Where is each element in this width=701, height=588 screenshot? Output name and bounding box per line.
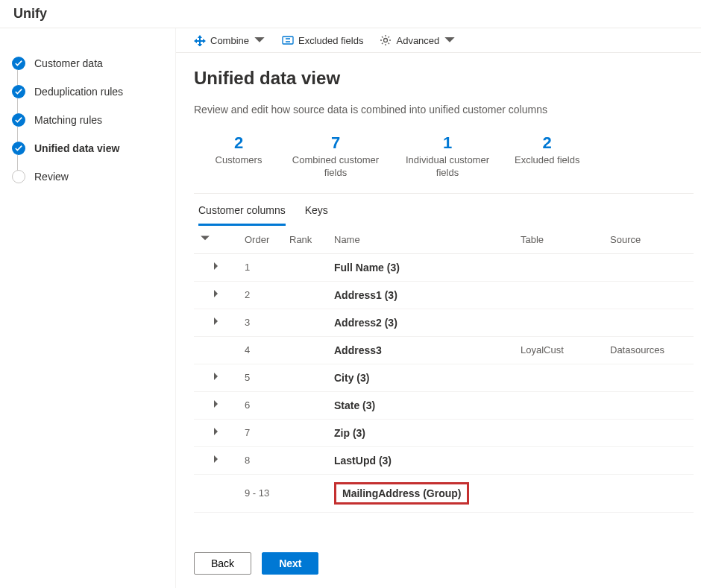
chevron-right-icon[interactable] xyxy=(212,289,221,298)
table-row[interactable]: 5City (3) xyxy=(194,364,694,391)
customer-columns-table: Order Rank Name Table Source 1Full Name … xyxy=(194,226,694,513)
circle-icon xyxy=(12,170,25,183)
chevron-down-icon xyxy=(444,34,456,46)
chevron-down-icon xyxy=(254,34,265,46)
combine-icon xyxy=(194,34,206,46)
header-expand[interactable] xyxy=(194,226,239,254)
summary-stats: 2Customers7Combined customer fields1Indi… xyxy=(194,129,694,194)
footer: Back Next xyxy=(176,539,701,588)
excluded-fields-menu[interactable]: Excluded fields xyxy=(282,34,363,46)
row-name: Address2 (3) xyxy=(328,309,515,336)
table-row[interactable]: 8LastUpd (3) xyxy=(194,446,694,474)
check-icon xyxy=(12,113,25,127)
row-name: Zip (3) xyxy=(328,419,515,446)
table-row[interactable]: 1Full Name (3) xyxy=(194,253,694,281)
chevron-right-icon[interactable] xyxy=(212,455,221,464)
stat-0: 2Customers xyxy=(209,133,268,180)
table-row[interactable]: 6State (3) xyxy=(194,391,694,419)
chevron-right-icon[interactable] xyxy=(212,317,221,326)
header-name[interactable]: Name xyxy=(328,226,515,254)
table-row[interactable]: 3Address2 (3) xyxy=(194,309,694,336)
chevron-right-icon[interactable] xyxy=(212,427,221,436)
step-1[interactable]: Deduplication rules xyxy=(10,78,165,106)
step-4[interactable]: Review xyxy=(10,162,165,191)
page-subtitle: Review and edit how source data is combi… xyxy=(194,104,694,116)
step-3[interactable]: Unified data view xyxy=(10,134,165,162)
table-row[interactable]: 4Address3LoyalCustDatasources xyxy=(194,336,694,364)
row-name: Address1 (3) xyxy=(328,281,515,309)
chevron-right-icon[interactable] xyxy=(212,262,221,271)
step-2[interactable]: Matching rules xyxy=(10,106,165,134)
row-name: Address3 xyxy=(328,336,515,364)
table-row[interactable]: 2Address1 (3) xyxy=(194,281,694,309)
table-row[interactable]: 7Zip (3) xyxy=(194,419,694,446)
wizard-steps: Customer dataDeduplication rulesMatching… xyxy=(0,28,176,588)
chevron-right-icon[interactable] xyxy=(212,372,221,381)
row-name: Full Name (3) xyxy=(328,253,515,281)
exclude-icon xyxy=(282,34,294,46)
advanced-menu[interactable]: Advanced xyxy=(380,34,456,46)
stat-1: 7Combined customer fields xyxy=(291,133,380,180)
row-name: MailingAddress (Group) xyxy=(328,474,515,512)
page-header: Unify xyxy=(0,0,701,28)
check-icon xyxy=(12,85,25,98)
row-name: State (3) xyxy=(328,391,515,419)
stat-2: 1Individual customer fields xyxy=(403,133,492,180)
table-row[interactable]: 9 - 13MailingAddress (Group) xyxy=(194,474,694,512)
svg-rect-0 xyxy=(283,37,293,44)
svg-point-1 xyxy=(384,39,388,42)
step-0[interactable]: Customer data xyxy=(10,49,165,78)
gear-icon xyxy=(380,34,392,46)
row-name: City (3) xyxy=(328,364,515,391)
next-button[interactable]: Next xyxy=(262,552,318,575)
header-rank[interactable]: Rank xyxy=(283,226,328,254)
header-source[interactable]: Source xyxy=(604,226,694,254)
chevron-right-icon[interactable] xyxy=(212,399,221,408)
tabbar: Customer columnsKeys xyxy=(194,194,694,226)
check-icon xyxy=(12,57,25,70)
combine-menu[interactable]: Combine xyxy=(194,34,265,46)
header-order[interactable]: Order xyxy=(239,226,283,254)
stat-3: 2Excluded fields xyxy=(515,133,579,180)
row-name: LastUpd (3) xyxy=(328,446,515,474)
tab-customer-columns[interactable]: Customer columns xyxy=(198,204,286,226)
tab-keys[interactable]: Keys xyxy=(305,204,328,226)
page-title: Unified data view xyxy=(194,68,694,89)
toolbar: Combine Excluded fields Advanced xyxy=(176,28,701,53)
back-button[interactable]: Back xyxy=(194,552,251,575)
header-table[interactable]: Table xyxy=(515,226,604,254)
check-icon xyxy=(12,142,25,155)
